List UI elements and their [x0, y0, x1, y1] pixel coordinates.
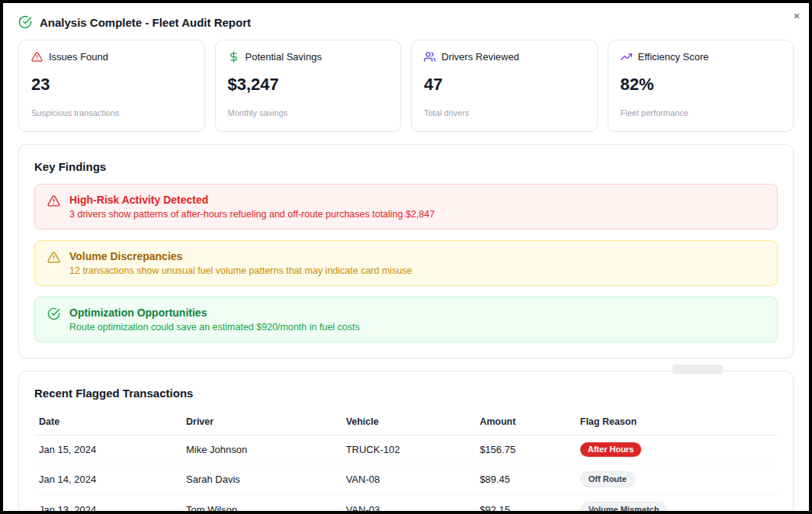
transactions-title: Recent Flagged Transactions [34, 387, 778, 400]
modal-header: Analysis Complete - Fleet Audit Report [3, 3, 809, 38]
column-header-date: Date [34, 410, 183, 435]
table-row: Jan 14, 2024 Sarah Davis VAN-08 $89.45 O… [34, 464, 778, 495]
stats-row: Issues Found 23 Suspicious transactions … [18, 40, 794, 132]
alert-triangle-icon [31, 51, 43, 63]
cell-amount: $92.15 [477, 495, 577, 514]
finding-optimization-opportunities: Optimization Opportunities Route optimiz… [34, 297, 778, 342]
stat-label: Efficiency Score [638, 51, 709, 63]
stat-subtext: Fleet performance [621, 108, 782, 117]
flag-badge: Off Route [580, 471, 635, 487]
cell-vehicle: VAN-08 [343, 464, 477, 495]
cell-date: Jan 15, 2024 [34, 435, 183, 464]
finding-title: Optimization Opportunities [69, 307, 360, 319]
stat-card-efficiency-score: Efficiency Score 82% Fleet performance [608, 40, 794, 132]
check-circle-icon [47, 307, 60, 320]
flag-badge: After Hours [580, 442, 642, 457]
stat-subtext: Suspicious transactions [31, 108, 192, 117]
page-title: Analysis Complete - Fleet Audit Report [40, 16, 251, 29]
tooltip-remnant [672, 365, 723, 374]
cell-driver: Mike Johnson [183, 435, 343, 464]
dollar-icon [228, 51, 239, 63]
flag-badge: Volume Mismatch [580, 502, 668, 514]
alert-triangle-icon [47, 251, 60, 264]
transactions-table: Date Driver Vehicle Amount Flag Reason J… [34, 410, 778, 514]
table-header-row: Date Driver Vehicle Amount Flag Reason [34, 410, 778, 435]
stat-label: Drivers Reviewed [441, 51, 519, 63]
key-findings-title: Key Findings [34, 160, 778, 173]
cell-date: Jan 14, 2024 [34, 464, 183, 495]
cell-driver: Tom Wilson [183, 495, 343, 514]
column-header-flag-reason: Flag Reason [577, 410, 778, 435]
alert-triangle-icon [47, 194, 60, 207]
finding-title: Volume Discrepancies [69, 250, 412, 262]
stat-card-potential-savings: Potential Savings $3,247 Monthly savings [215, 40, 402, 132]
table-row: Jan 13, 2024 Tom Wilson VAN-03 $92.15 Vo… [34, 495, 778, 514]
stat-card-drivers-reviewed: Drivers Reviewed 47 Total drivers [411, 40, 598, 132]
key-findings-section: Key Findings High-Risk Activity Detected… [18, 144, 794, 358]
stat-value: 47 [424, 75, 585, 95]
stat-subtext: Monthly savings [228, 108, 389, 117]
cell-amount: $89.45 [477, 464, 577, 495]
stat-subtext: Total drivers [424, 108, 585, 117]
users-icon [424, 51, 435, 63]
column-header-amount: Amount [477, 410, 577, 435]
column-header-vehicle: Vehicle [343, 410, 477, 435]
cell-vehicle: TRUCK-102 [343, 435, 477, 464]
cell-amount: $156.75 [477, 435, 577, 464]
finding-description: 3 drivers show patterns of after-hours r… [69, 209, 435, 220]
finding-description: Route optimization could save an estimat… [69, 322, 360, 332]
stat-value: $3,247 [228, 75, 389, 95]
stat-label: Potential Savings [246, 51, 322, 63]
finding-description: 12 transactions show unusual fuel volume… [69, 265, 412, 276]
cell-driver: Sarah Davis [183, 464, 343, 495]
stat-label: Issues Found [49, 51, 108, 63]
trending-up-icon [621, 51, 632, 63]
stat-value: 23 [31, 75, 192, 95]
cell-vehicle: VAN-03 [343, 495, 477, 514]
finding-title: High-Risk Activity Detected [69, 194, 435, 206]
table-row: Jan 15, 2024 Mike Johnson TRUCK-102 $156… [34, 435, 778, 464]
transactions-section: Recent Flagged Transactions Date Driver … [18, 371, 794, 514]
stat-card-issues-found: Issues Found 23 Suspicious transactions [18, 40, 205, 132]
stat-value: 82% [621, 75, 782, 95]
check-circle-icon [18, 15, 32, 29]
cell-date: Jan 13, 2024 [34, 495, 183, 514]
close-button[interactable]: × [792, 9, 801, 23]
column-header-driver: Driver [183, 410, 343, 435]
finding-high-risk: High-Risk Activity Detected 3 drivers sh… [34, 184, 778, 230]
finding-volume-discrepancies: Volume Discrepancies 12 transactions sho… [34, 240, 778, 286]
